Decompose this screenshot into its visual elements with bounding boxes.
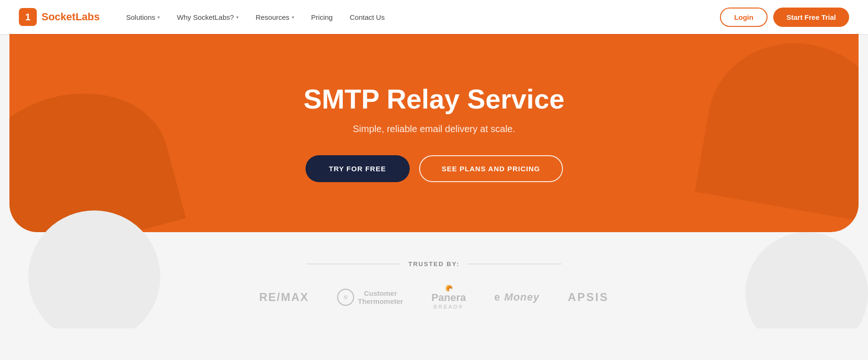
- logo-emoney: eMoney: [494, 291, 539, 303]
- nav-contact[interactable]: Contact Us: [342, 9, 392, 25]
- chevron-down-icon: ▾: [292, 15, 294, 20]
- login-button[interactable]: Login: [720, 8, 768, 27]
- navbar: 1 SocketLabs Solutions ▾ Why SocketLabs?…: [0, 0, 868, 34]
- chevron-down-icon: ▾: [236, 15, 239, 20]
- nav-solutions[interactable]: Solutions ▾: [119, 9, 168, 25]
- hero-content: SMTP Relay Service Simple, reliable emai…: [304, 84, 564, 182]
- see-plans-pricing-button[interactable]: SEE PLANS AND PRICING: [419, 155, 563, 182]
- nav-links: Solutions ▾ Why SocketLabs? ▾ Resources …: [119, 9, 720, 25]
- try-for-free-button[interactable]: TRY FOR FREE: [306, 155, 410, 182]
- trusted-logos-row: RE/MAX © Customer Thermometer 🥐 Panera B…: [19, 285, 849, 310]
- bg-circle-right: [745, 232, 868, 328]
- logo-apsis: APSIS: [568, 291, 609, 304]
- trusted-label-wrap: TRUSTED BY:: [19, 260, 849, 268]
- hero-section: SMTP Relay Service Simple, reliable emai…: [9, 34, 859, 232]
- logo-customer-thermometer: © Customer Thermometer: [337, 289, 403, 306]
- hero-title: SMTP Relay Service: [304, 84, 564, 114]
- logo-icon: 1: [19, 8, 37, 26]
- chevron-down-icon: ▾: [157, 15, 160, 20]
- logo-panera-bread: 🥐 Panera BREAD®: [431, 285, 466, 310]
- nav-actions: Login Start Free Trial: [720, 8, 849, 27]
- nav-pricing[interactable]: Pricing: [304, 9, 340, 25]
- hero-subtitle: Simple, reliable email delivery at scale…: [304, 124, 564, 134]
- trusted-by-label: TRUSTED BY:: [408, 260, 459, 268]
- start-free-trial-button[interactable]: Start Free Trial: [773, 8, 849, 27]
- customer-thermometer-text: Customer Thermometer: [358, 289, 403, 305]
- hero-buttons: TRY FOR FREE SEE PLANS AND PRICING: [304, 155, 564, 182]
- logo-remax: RE/MAX: [259, 291, 309, 304]
- logo-text: SocketLabs: [41, 11, 100, 23]
- divider-right: [467, 264, 562, 264]
- trusted-by-section: TRUSTED BY: RE/MAX © Customer Thermomete…: [0, 232, 868, 328]
- divider-left: [306, 264, 401, 264]
- logo[interactable]: 1 SocketLabs: [19, 8, 100, 26]
- customer-thermometer-icon: ©: [337, 289, 354, 306]
- nav-resources[interactable]: Resources ▾: [248, 9, 302, 25]
- nav-why-socketlabs[interactable]: Why SocketLabs? ▾: [169, 9, 246, 25]
